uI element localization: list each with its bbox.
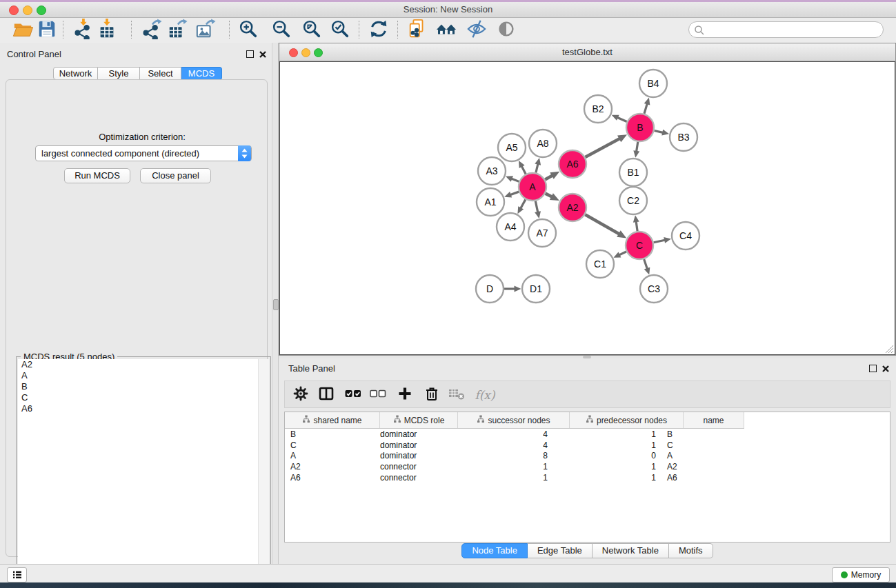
tab-node-table[interactable]: Node Table: [461, 543, 528, 558]
table-row-A6[interactable]: A6connector11A6: [285, 472, 717, 483]
table-panel: Table Panel f(x) shared nameMCDS rolesuc…: [279, 358, 896, 564]
tab-network-table[interactable]: Network Table: [593, 543, 669, 558]
toolbar-button-first-neighbors[interactable]: [434, 19, 459, 42]
mcds-result-item[interactable]: A6: [18, 403, 258, 414]
search-input[interactable]: [707, 23, 881, 38]
run-mcds-button[interactable]: Run MCDS: [64, 168, 130, 183]
mcds-result-item[interactable]: A2: [18, 359, 258, 370]
graph-node-label: B4: [647, 78, 659, 89]
tab-network[interactable]: Network: [53, 67, 98, 80]
column-header-label: predecessor nodes: [597, 416, 667, 425]
table-cell: dominator: [375, 450, 447, 461]
table-row-B[interactable]: Bdominator41B: [285, 429, 717, 440]
table-toolbar-select-all[interactable]: [343, 387, 364, 403]
toolbar-button-zoom-fit[interactable]: [299, 19, 324, 42]
column-header-shared-name[interactable]: shared name: [285, 412, 380, 428]
graph-node-label: B1: [627, 167, 639, 178]
network-maximize-button[interactable]: [314, 48, 323, 57]
tab-select[interactable]: Select: [140, 67, 181, 80]
toolbar-button-export-table[interactable]: [165, 19, 190, 42]
column-header-successor-nodes[interactable]: successor nodes: [458, 412, 570, 428]
toolbar-button-open-session[interactable]: [10, 19, 35, 42]
table-toolbar-delete-column[interactable]: [421, 387, 442, 403]
tab-mcds[interactable]: MCDS: [181, 67, 222, 80]
table-toolbar-add-column[interactable]: [395, 387, 415, 403]
graph-edge-B-B1[interactable]: [636, 142, 637, 152]
graph-node-label: A7: [536, 227, 548, 239]
toolbar-button-duplicate-network[interactable]: [405, 19, 430, 42]
graph-edge-A2-C[interactable]: [585, 214, 619, 234]
table-toolbar-show-columns[interactable]: [316, 387, 337, 403]
table-toolbar-settings-gear[interactable]: [290, 387, 311, 403]
graph-edge-A-A8[interactable]: [536, 163, 538, 173]
network-close-button[interactable]: [289, 48, 298, 57]
toolbar-button-export-network[interactable]: [139, 19, 164, 42]
mcds-result-item[interactable]: A: [18, 370, 258, 381]
tab-style[interactable]: Style: [98, 67, 140, 80]
close-panel-button[interactable]: Close panel: [140, 168, 211, 183]
column-header-name[interactable]: name: [684, 412, 744, 428]
toolbar-button-export-image[interactable]: [193, 19, 218, 42]
graph-edge-B-B2[interactable]: [617, 117, 627, 122]
graph-edge-B-B4[interactable]: [644, 103, 648, 114]
mcds-result-item[interactable]: C: [18, 392, 258, 403]
graph-edge-A6-B[interactable]: [585, 138, 620, 157]
vertical-splitter[interactable]: [272, 43, 279, 564]
table-row-A[interactable]: Adominator80A: [285, 450, 717, 461]
optimization-criterion-dropdown[interactable]: largest connected component (directed): [35, 145, 252, 161]
toolbar-button-zoom-out[interactable]: [269, 19, 294, 42]
graph-node-label: A3: [486, 165, 497, 176]
table-toolbar-function-builder: f(x): [475, 387, 495, 403]
settings-gear-icon: [292, 385, 309, 405]
toolbar-button-show-all[interactable]: [494, 19, 519, 42]
close-window-button[interactable]: [9, 6, 19, 15]
toolbar-button-save-session[interactable]: [34, 19, 59, 42]
mcds-result-item[interactable]: B: [18, 381, 258, 392]
graph-edge-B-B3[interactable]: [654, 131, 664, 133]
network-minimize-button[interactable]: [301, 48, 310, 57]
column-header-MCDS-role[interactable]: MCDS role: [380, 412, 458, 428]
graph-edge-A-A1[interactable]: [510, 192, 519, 195]
toolbar-button-refresh[interactable]: [366, 19, 391, 42]
toolbar-button-hide-selected[interactable]: [464, 19, 489, 42]
graph-edge-C-C3[interactable]: [644, 259, 648, 270]
titlebar[interactable]: Session: New Session: [0, 2, 896, 18]
tab-motifs[interactable]: Motifs: [669, 543, 713, 558]
network-graph[interactable]: AA1A2A3A4A5A6A7A8BB1B2B3B4CC1C2C3C4DD1: [280, 62, 895, 354]
table-panel-float-button[interactable]: [869, 365, 877, 372]
column-tree-icon: [477, 415, 485, 425]
graph-edge-A-A5[interactable]: [521, 165, 526, 174]
minimize-window-button[interactable]: [23, 6, 32, 15]
mcds-result-list[interactable]: A2ABCA6: [18, 359, 258, 587]
tab-edge-table[interactable]: Edge Table: [528, 543, 593, 558]
graph-node-label: B3: [677, 132, 689, 143]
graph-edge-C-C2[interactable]: [636, 221, 637, 231]
network-canvas[interactable]: AA1A2A3A4A5A6A7A8BB1B2B3B4CC1C2C3C4DD1: [279, 61, 895, 355]
graph-edge-C-C4[interactable]: [654, 240, 666, 243]
search-box[interactable]: [688, 21, 884, 38]
memory-button[interactable]: Memory: [832, 567, 890, 582]
dropdown-stepper-icon[interactable]: [238, 145, 251, 161]
mcds-result-scrollbar[interactable]: [258, 359, 269, 587]
graph-node-label: A6: [566, 159, 578, 170]
resize-grip-icon[interactable]: [885, 345, 894, 354]
table-row-A2[interactable]: A2connector11A2: [285, 461, 717, 472]
task-history-button[interactable]: [7, 567, 27, 582]
column-header-predecessor-nodes[interactable]: predecessor nodes: [570, 412, 684, 428]
maximize-window-button[interactable]: [37, 6, 46, 15]
toolbar-button-zoom-selected[interactable]: [328, 19, 352, 42]
toolbar-button-import-table[interactable]: [94, 19, 119, 42]
toolbar-button-import-network[interactable]: [70, 19, 95, 42]
graph-edge-A-A7[interactable]: [535, 201, 538, 214]
control-panel-close-icon[interactable]: [259, 50, 267, 59]
table-cell: connector: [375, 472, 447, 483]
table-toolbar-deselect-all[interactable]: [368, 387, 388, 403]
table-panel-close-icon[interactable]: [882, 365, 890, 373]
table-row-C[interactable]: Cdominator41C: [285, 440, 717, 451]
graph-edge-A-A4[interactable]: [520, 199, 526, 209]
network-window-titlebar[interactable]: testGlobe.txt: [279, 43, 895, 61]
vertical-splitter-handle[interactable]: [273, 299, 279, 310]
control-panel-float-button[interactable]: [246, 50, 254, 58]
toolbar-button-zoom-in[interactable]: [236, 19, 261, 42]
toolbar-separator: [359, 21, 359, 39]
